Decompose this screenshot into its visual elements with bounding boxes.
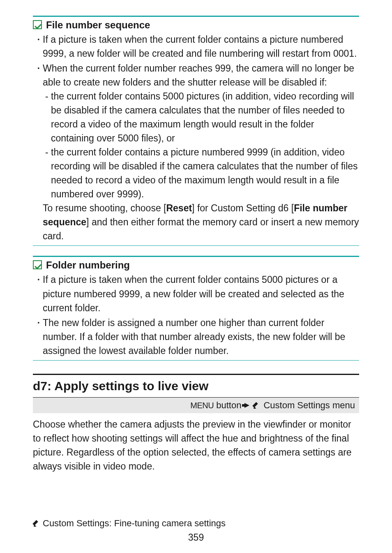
section-title: d7: Apply settings to live view (33, 379, 359, 398)
dash-item: the current folder contains a picture nu… (51, 145, 359, 201)
footer-chapter-text: Custom Settings: Fine-tuning camera sett… (43, 518, 226, 529)
info-title: File number sequence (46, 19, 150, 31)
rule-top (33, 16, 359, 17)
menu-glyph: MENU (190, 401, 214, 410)
plain-text: To resume shooting, choose [ (43, 203, 166, 213)
list-text: When the current folder number reaches 9… (43, 63, 354, 88)
pencil-icon (253, 402, 260, 409)
list-text: The new folder is assigned a number one … (43, 317, 345, 356)
plain-text: ] for Custom Setting d6 [ (192, 203, 294, 213)
pencil-icon (33, 520, 40, 527)
dash-list: the current folder contains 5000 picture… (43, 89, 359, 201)
arrow-right-icon (244, 403, 249, 408)
rule-bottom (33, 245, 359, 246)
bullet-list: If a picture is taken when the current f… (33, 273, 359, 357)
list-item: If a picture is taken when the current f… (43, 273, 359, 315)
check-icon (33, 20, 42, 29)
footer-chapter: Custom Settings: Fine-tuning camera sett… (33, 518, 359, 529)
rule-top (33, 256, 359, 257)
nav-menu-label: MENU button (190, 400, 241, 411)
page-number: 359 (33, 532, 359, 543)
info-title: Folder numbering (46, 259, 130, 271)
page-footer: Custom Settings: Fine-tuning camera sett… (33, 518, 359, 543)
nav-button-word: button (214, 400, 241, 410)
nav-destination: Custom Settings menu (263, 400, 355, 411)
list-text: If a picture is taken when the current f… (43, 274, 344, 313)
plain-text: ] and then either format the memory card… (43, 217, 359, 241)
info-header: File number sequence (33, 19, 359, 31)
list-item: The new folder is assigned a number one … (43, 316, 359, 358)
section-d7: d7: Apply settings to live view MENU but… (33, 374, 359, 473)
dash-text: the current folder contains a picture nu… (51, 147, 358, 199)
info-header: Folder numbering (33, 259, 359, 271)
rule-bottom (33, 360, 359, 361)
section-rule (33, 374, 359, 375)
check-icon (33, 260, 42, 269)
section-body: Choose whether the camera adjusts the pr… (33, 417, 359, 473)
nav-path: MENU button Custom Settings menu (33, 398, 359, 413)
info-block-folder-numbering: Folder numbering If a picture is taken w… (33, 256, 359, 360)
list-text: If a picture is taken when the current f… (43, 34, 357, 59)
dash-text: the current folder contains 5000 picture… (51, 91, 354, 143)
bold-text: Reset (166, 203, 192, 213)
trailer-text: To resume shooting, choose [Reset] for C… (43, 201, 359, 243)
list-item: If a picture is taken when the current f… (43, 32, 359, 60)
dash-item: the current folder contains 5000 picture… (51, 89, 359, 145)
bullet-list: If a picture is taken when the current f… (33, 32, 359, 243)
list-item: When the current folder number reaches 9… (43, 61, 359, 243)
info-block-file-number: File number sequence If a picture is tak… (33, 16, 359, 246)
